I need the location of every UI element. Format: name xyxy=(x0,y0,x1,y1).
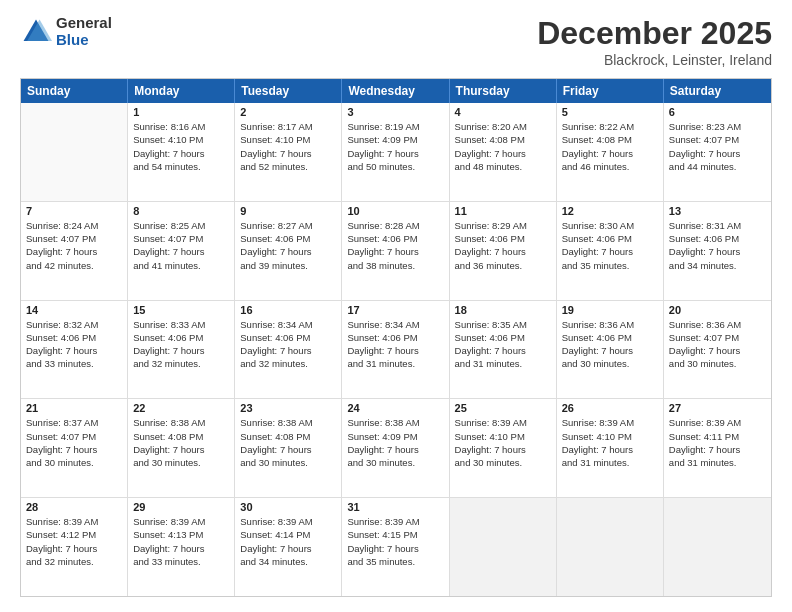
logo-icon xyxy=(20,16,52,48)
cal-cell-6: 6Sunrise: 8:23 AMSunset: 4:07 PMDaylight… xyxy=(664,103,771,201)
cal-cell-31: 31Sunrise: 8:39 AMSunset: 4:15 PMDayligh… xyxy=(342,498,449,596)
cal-cell-30: 30Sunrise: 8:39 AMSunset: 4:14 PMDayligh… xyxy=(235,498,342,596)
cal-cell-16: 16Sunrise: 8:34 AMSunset: 4:06 PMDayligh… xyxy=(235,301,342,399)
day-number: 20 xyxy=(669,304,766,316)
cal-cell-15: 15Sunrise: 8:33 AMSunset: 4:06 PMDayligh… xyxy=(128,301,235,399)
cell-info: Sunrise: 8:38 AMSunset: 4:09 PMDaylight:… xyxy=(347,416,443,469)
day-number: 11 xyxy=(455,205,551,217)
cal-cell-17: 17Sunrise: 8:34 AMSunset: 4:06 PMDayligh… xyxy=(342,301,449,399)
header-day-monday: Monday xyxy=(128,79,235,103)
day-number: 31 xyxy=(347,501,443,513)
day-number: 27 xyxy=(669,402,766,414)
cell-info: Sunrise: 8:39 AMSunset: 4:14 PMDaylight:… xyxy=(240,515,336,568)
header-day-tuesday: Tuesday xyxy=(235,79,342,103)
day-number: 17 xyxy=(347,304,443,316)
logo-general: General xyxy=(56,15,112,32)
header: General Blue December 2025 Blackrock, Le… xyxy=(20,15,772,68)
cal-cell-26: 26Sunrise: 8:39 AMSunset: 4:10 PMDayligh… xyxy=(557,399,664,497)
page: General Blue December 2025 Blackrock, Le… xyxy=(0,0,792,612)
cell-info: Sunrise: 8:38 AMSunset: 4:08 PMDaylight:… xyxy=(240,416,336,469)
cell-info: Sunrise: 8:39 AMSunset: 4:13 PMDaylight:… xyxy=(133,515,229,568)
day-number: 6 xyxy=(669,106,766,118)
week-row-3: 14Sunrise: 8:32 AMSunset: 4:06 PMDayligh… xyxy=(21,301,771,400)
cell-info: Sunrise: 8:27 AMSunset: 4:06 PMDaylight:… xyxy=(240,219,336,272)
logo: General Blue xyxy=(20,15,112,48)
cell-info: Sunrise: 8:32 AMSunset: 4:06 PMDaylight:… xyxy=(26,318,122,371)
header-day-thursday: Thursday xyxy=(450,79,557,103)
title-block: December 2025 Blackrock, Leinster, Irela… xyxy=(537,15,772,68)
cell-info: Sunrise: 8:22 AMSunset: 4:08 PMDaylight:… xyxy=(562,120,658,173)
cell-info: Sunrise: 8:20 AMSunset: 4:08 PMDaylight:… xyxy=(455,120,551,173)
day-number: 24 xyxy=(347,402,443,414)
day-number: 16 xyxy=(240,304,336,316)
cal-cell-empty-4-5 xyxy=(557,498,664,596)
cell-info: Sunrise: 8:31 AMSunset: 4:06 PMDaylight:… xyxy=(669,219,766,272)
week-row-2: 7Sunrise: 8:24 AMSunset: 4:07 PMDaylight… xyxy=(21,202,771,301)
day-number: 29 xyxy=(133,501,229,513)
week-row-1: 1Sunrise: 8:16 AMSunset: 4:10 PMDaylight… xyxy=(21,103,771,202)
cell-info: Sunrise: 8:34 AMSunset: 4:06 PMDaylight:… xyxy=(347,318,443,371)
logo-blue: Blue xyxy=(56,32,112,49)
cell-info: Sunrise: 8:25 AMSunset: 4:07 PMDaylight:… xyxy=(133,219,229,272)
cell-info: Sunrise: 8:17 AMSunset: 4:10 PMDaylight:… xyxy=(240,120,336,173)
day-number: 23 xyxy=(240,402,336,414)
cal-cell-21: 21Sunrise: 8:37 AMSunset: 4:07 PMDayligh… xyxy=(21,399,128,497)
day-number: 13 xyxy=(669,205,766,217)
cal-cell-24: 24Sunrise: 8:38 AMSunset: 4:09 PMDayligh… xyxy=(342,399,449,497)
logo-text: General Blue xyxy=(56,15,112,48)
day-number: 12 xyxy=(562,205,658,217)
cal-cell-11: 11Sunrise: 8:29 AMSunset: 4:06 PMDayligh… xyxy=(450,202,557,300)
cal-cell-25: 25Sunrise: 8:39 AMSunset: 4:10 PMDayligh… xyxy=(450,399,557,497)
cal-cell-empty-4-6 xyxy=(664,498,771,596)
cal-cell-1: 1Sunrise: 8:16 AMSunset: 4:10 PMDaylight… xyxy=(128,103,235,201)
day-number: 4 xyxy=(455,106,551,118)
cal-cell-4: 4Sunrise: 8:20 AMSunset: 4:08 PMDaylight… xyxy=(450,103,557,201)
day-number: 2 xyxy=(240,106,336,118)
cell-info: Sunrise: 8:19 AMSunset: 4:09 PMDaylight:… xyxy=(347,120,443,173)
day-number: 3 xyxy=(347,106,443,118)
cell-info: Sunrise: 8:39 AMSunset: 4:15 PMDaylight:… xyxy=(347,515,443,568)
cal-cell-2: 2Sunrise: 8:17 AMSunset: 4:10 PMDaylight… xyxy=(235,103,342,201)
day-number: 9 xyxy=(240,205,336,217)
day-number: 7 xyxy=(26,205,122,217)
cell-info: Sunrise: 8:33 AMSunset: 4:06 PMDaylight:… xyxy=(133,318,229,371)
cal-cell-9: 9Sunrise: 8:27 AMSunset: 4:06 PMDaylight… xyxy=(235,202,342,300)
cell-info: Sunrise: 8:30 AMSunset: 4:06 PMDaylight:… xyxy=(562,219,658,272)
day-number: 19 xyxy=(562,304,658,316)
day-number: 26 xyxy=(562,402,658,414)
cell-info: Sunrise: 8:24 AMSunset: 4:07 PMDaylight:… xyxy=(26,219,122,272)
cal-cell-13: 13Sunrise: 8:31 AMSunset: 4:06 PMDayligh… xyxy=(664,202,771,300)
day-number: 18 xyxy=(455,304,551,316)
cal-cell-14: 14Sunrise: 8:32 AMSunset: 4:06 PMDayligh… xyxy=(21,301,128,399)
header-day-saturday: Saturday xyxy=(664,79,771,103)
cell-info: Sunrise: 8:36 AMSunset: 4:06 PMDaylight:… xyxy=(562,318,658,371)
cell-info: Sunrise: 8:28 AMSunset: 4:06 PMDaylight:… xyxy=(347,219,443,272)
day-number: 15 xyxy=(133,304,229,316)
calendar-header: SundayMondayTuesdayWednesdayThursdayFrid… xyxy=(21,79,771,103)
header-day-sunday: Sunday xyxy=(21,79,128,103)
day-number: 22 xyxy=(133,402,229,414)
cal-cell-19: 19Sunrise: 8:36 AMSunset: 4:06 PMDayligh… xyxy=(557,301,664,399)
cell-info: Sunrise: 8:38 AMSunset: 4:08 PMDaylight:… xyxy=(133,416,229,469)
cell-info: Sunrise: 8:39 AMSunset: 4:12 PMDaylight:… xyxy=(26,515,122,568)
week-row-5: 28Sunrise: 8:39 AMSunset: 4:12 PMDayligh… xyxy=(21,498,771,596)
cell-info: Sunrise: 8:39 AMSunset: 4:10 PMDaylight:… xyxy=(455,416,551,469)
cal-cell-22: 22Sunrise: 8:38 AMSunset: 4:08 PMDayligh… xyxy=(128,399,235,497)
cell-info: Sunrise: 8:34 AMSunset: 4:06 PMDaylight:… xyxy=(240,318,336,371)
cell-info: Sunrise: 8:23 AMSunset: 4:07 PMDaylight:… xyxy=(669,120,766,173)
cal-cell-12: 12Sunrise: 8:30 AMSunset: 4:06 PMDayligh… xyxy=(557,202,664,300)
week-row-4: 21Sunrise: 8:37 AMSunset: 4:07 PMDayligh… xyxy=(21,399,771,498)
cal-cell-20: 20Sunrise: 8:36 AMSunset: 4:07 PMDayligh… xyxy=(664,301,771,399)
cell-info: Sunrise: 8:36 AMSunset: 4:07 PMDaylight:… xyxy=(669,318,766,371)
cell-info: Sunrise: 8:16 AMSunset: 4:10 PMDaylight:… xyxy=(133,120,229,173)
day-number: 14 xyxy=(26,304,122,316)
calendar: SundayMondayTuesdayWednesdayThursdayFrid… xyxy=(20,78,772,597)
cal-cell-empty-4-4 xyxy=(450,498,557,596)
cal-cell-29: 29Sunrise: 8:39 AMSunset: 4:13 PMDayligh… xyxy=(128,498,235,596)
cal-cell-10: 10Sunrise: 8:28 AMSunset: 4:06 PMDayligh… xyxy=(342,202,449,300)
day-number: 10 xyxy=(347,205,443,217)
header-day-friday: Friday xyxy=(557,79,664,103)
cal-cell-23: 23Sunrise: 8:38 AMSunset: 4:08 PMDayligh… xyxy=(235,399,342,497)
day-number: 5 xyxy=(562,106,658,118)
cal-cell-28: 28Sunrise: 8:39 AMSunset: 4:12 PMDayligh… xyxy=(21,498,128,596)
